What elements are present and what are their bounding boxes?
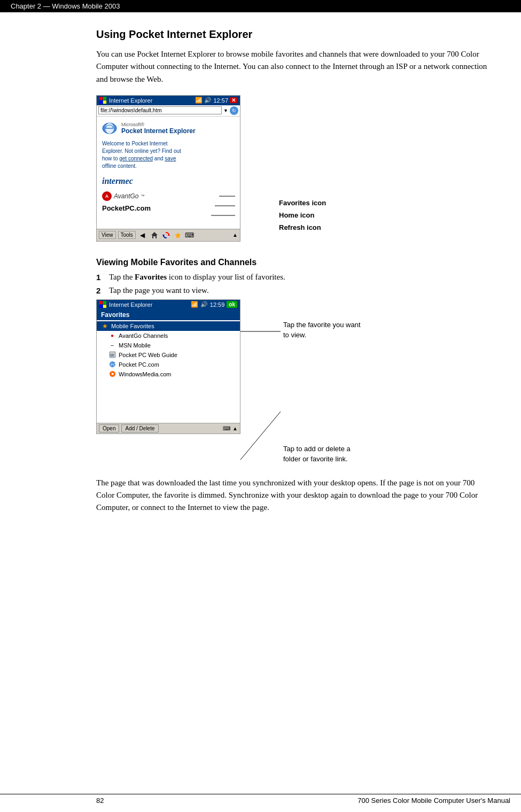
screen1-titlebar: Internet Explorer 📶 🔊 12:57 ✕ xyxy=(97,96,240,105)
fav-titlebar-app: Internet Explorer xyxy=(109,301,152,308)
keyboard-icon[interactable]: ⌨ xyxy=(185,230,195,240)
link-text4: offline content. xyxy=(102,163,137,169)
fav-volume-icon: 🔊 xyxy=(200,301,208,308)
fav-label-msn: MSN Mobile xyxy=(119,342,151,349)
svg-rect-18 xyxy=(103,305,106,308)
and-text: and xyxy=(153,156,165,161)
svg-text:intermec: intermec xyxy=(102,176,133,185)
msn-item-icon: – xyxy=(108,342,116,349)
get-connected-link[interactable]: get connected xyxy=(119,156,153,161)
home-icon[interactable] xyxy=(150,230,159,240)
open-btn[interactable]: Open xyxy=(99,424,119,432)
folder-icon: ★ xyxy=(101,322,108,330)
fav-callout-upper-label: Tap the favorite you want to view. xyxy=(283,320,361,341)
fav-item-mobile-favorites[interactable]: ★ Mobile Favorites xyxy=(97,321,240,331)
fav-item-avantgo[interactable]: ● AvantGo Channels xyxy=(97,331,240,341)
page-container: Chapter 2 — Windows Mobile 2003 Using Po… xyxy=(0,0,521,812)
fav-item-msn[interactable]: – MSN Mobile xyxy=(97,341,240,350)
main-content: Using Pocket Internet Explorer You can u… xyxy=(0,12,521,535)
url-input[interactable] xyxy=(98,106,222,114)
fav-signal-icon: 📶 xyxy=(191,301,198,308)
fav-header: Favorites xyxy=(97,310,240,320)
step1-num: 1 xyxy=(96,273,105,282)
svg-rect-2 xyxy=(99,100,103,104)
avantgo-item-icon: ● xyxy=(108,332,116,339)
microsoft-label: Microsoft® xyxy=(121,122,196,127)
fav-titlebar-right: 📶 🔊 12:59 ok xyxy=(191,301,237,308)
link-text1: Welcome to Pocket Internet xyxy=(102,141,168,146)
windowsmedia-icon xyxy=(108,370,116,378)
section2-body-bottom: The page that was downloaded the last ti… xyxy=(96,477,489,514)
svg-rect-17 xyxy=(99,305,103,308)
svg-rect-3 xyxy=(103,100,106,104)
fav-label-pcwebguide: Pocket PC Web Guide xyxy=(119,352,177,358)
footer-page-num: 82 xyxy=(96,796,104,805)
screen1-link-text: Welcome to Pocket Internet Explorer. Not… xyxy=(102,140,235,170)
ie-logo-area: Microsoft® Pocket Internet Explorer xyxy=(102,121,235,136)
footer-book-title: 700 Series Color Mobile Computer User's … xyxy=(357,796,510,805)
fav-time: 12:59 xyxy=(210,301,225,308)
link-text3: how to xyxy=(102,156,119,161)
fav-label-avantgo: AvantGo Channels xyxy=(119,332,168,339)
screen1-urlbar: ▼ ↻ xyxy=(97,105,240,117)
svg-rect-1 xyxy=(103,97,106,100)
close-icon[interactable]: ✕ xyxy=(230,97,237,103)
fav-scroll-up[interactable]: ▲ xyxy=(232,426,238,431)
fav-label-pocketpc: Pocket PC.com xyxy=(119,361,159,368)
volume-icon: 🔊 xyxy=(204,97,212,104)
pcwebguide-svg: W xyxy=(109,351,116,358)
fav-windows-icon xyxy=(99,301,107,308)
ok-badge[interactable]: ok xyxy=(227,301,237,308)
pocketpc-svg: PC xyxy=(109,361,116,368)
pcwebguide-icon: W xyxy=(108,351,116,359)
favorites-screenshot: Internet Explorer 📶 🔊 12:59 ok Favorites xyxy=(96,299,240,434)
pocketpc-icon: PC xyxy=(108,361,116,368)
svg-rect-15 xyxy=(99,301,103,304)
windows-flag-icon xyxy=(99,97,107,104)
wm-svg xyxy=(109,370,116,377)
intermec-svg: intermec xyxy=(102,175,145,186)
save-link[interactable]: save xyxy=(165,156,176,161)
fav-titlebar: Internet Explorer 📶 🔊 12:59 ok xyxy=(97,300,240,310)
favorites-icon[interactable] xyxy=(173,230,183,240)
url-dropdown-arrow[interactable]: ▼ xyxy=(223,108,228,113)
refresh-svg xyxy=(162,231,170,239)
trademark-text: ™ xyxy=(141,194,144,198)
fav-item-windows-media[interactable]: WindowsMedia.com xyxy=(97,369,240,379)
view-btn[interactable]: View xyxy=(99,231,116,239)
signal-icon: 📶 xyxy=(195,97,203,104)
add-delete-btn[interactable]: Add / Delete xyxy=(121,424,158,432)
link-text2: Explorer. Not online yet? Find out xyxy=(102,148,181,154)
back-icon[interactable]: ◀ xyxy=(138,230,147,240)
favorites-callout-label: Favorites icon xyxy=(279,197,326,209)
fav-toolbar: Open Add / Delete ⌨ ▲ xyxy=(97,423,240,434)
chapter-header-bar: Chapter 2 — Windows Mobile 2003 xyxy=(0,0,521,12)
fav-empty-space xyxy=(97,379,240,422)
ie-logo-text: Microsoft® Pocket Internet Explorer xyxy=(121,122,196,135)
titlebar-icons: 📶 🔊 12:57 ✕ xyxy=(195,97,237,104)
fav-item-pocketpc[interactable]: PC Pocket PC.com xyxy=(97,360,240,369)
fav-titlebar-left: Internet Explorer xyxy=(99,301,152,308)
go-button[interactable]: ↻ xyxy=(230,106,238,115)
tap-favorite-callout: Tap the favorite you want xyxy=(283,320,361,330)
fav-label-mobile: Mobile Favorites xyxy=(111,323,154,329)
avantgo-icon: A xyxy=(102,191,112,201)
svg-rect-0 xyxy=(99,97,103,100)
fav-item-pcwebguide[interactable]: W Pocket PC Web Guide xyxy=(97,350,240,360)
tools-btn[interactable]: Tools xyxy=(118,231,136,239)
svg-rect-16 xyxy=(103,301,106,304)
svg-text:W: W xyxy=(110,353,114,358)
home-callout-label: Home icon xyxy=(279,209,326,221)
step2-num: 2 xyxy=(96,286,105,295)
step1: 1 Tap the Favorites icon to display your… xyxy=(96,273,489,282)
refresh-icon[interactable] xyxy=(161,230,171,240)
screenshot1-container: Internet Explorer 📶 🔊 12:57 ✕ ▼ ↻ xyxy=(96,95,489,242)
page-footer: 82 700 Series Color Mobile Computer User… xyxy=(0,794,521,807)
chapter-label: Chapter 2 — Windows Mobile 2003 xyxy=(11,2,120,10)
fav-keyboard-icon[interactable]: ⌨ xyxy=(223,426,230,431)
step2-text: Tap the page you want to view. xyxy=(109,286,209,295)
fav-label-windowsmedia: WindowsMedia.com xyxy=(119,371,171,377)
screen1-title: Internet Explorer xyxy=(109,97,152,104)
section1-heading: Using Pocket Internet Explorer xyxy=(96,28,489,41)
step2: 2 Tap the page you want to view. xyxy=(96,286,489,295)
